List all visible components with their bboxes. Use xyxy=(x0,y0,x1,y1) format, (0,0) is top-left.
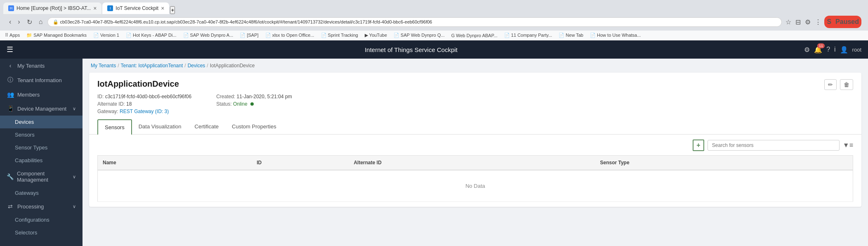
help-icon[interactable]: ? xyxy=(826,46,830,53)
new-tab-button[interactable]: + xyxy=(170,6,175,14)
menu-icon[interactable]: ⋮ xyxy=(814,17,823,27)
device-gateway-link[interactable]: REST Gateway (ID: 3) xyxy=(120,109,169,114)
component-chevron-down-icon: ∨ xyxy=(73,174,76,180)
device-gateway-row: Gateway: REST Gateway (ID: 3) xyxy=(97,109,191,114)
bookmark-icon[interactable]: ⊟ xyxy=(794,17,802,27)
sidebar-item-component-management[interactable]: 🔧 Component Management ∨ xyxy=(0,167,83,187)
sidebar-label-capabilities: Capabilities xyxy=(15,157,42,163)
newtab-bookmark[interactable]: 📄 New Tab xyxy=(557,32,585,39)
delete-device-button[interactable]: 🗑 xyxy=(840,79,853,90)
tab-custom-properties[interactable]: Custom Properties xyxy=(225,119,283,135)
hamburger-menu[interactable]: ☰ xyxy=(7,45,13,54)
col-alternate-id: Alternate ID xyxy=(349,156,595,170)
col-id: ID xyxy=(252,156,349,170)
sidebar-item-configurations[interactable]: Configurations xyxy=(0,213,83,226)
sidebar-item-my-tenants[interactable]: ‹ My Tenants xyxy=(0,59,83,73)
extensions-icon[interactable]: ⚙ xyxy=(804,17,812,27)
tab-close-1[interactable]: × xyxy=(93,5,97,12)
tab-sensors[interactable]: Sensors xyxy=(97,119,132,135)
breadcrumb-tenant[interactable]: Tenant: IotApplicationTenant xyxy=(121,63,183,69)
filter-icon[interactable]: ▼≡ xyxy=(843,142,853,149)
device-created-value: 11-Jan-2020, 5:21:04 pm xyxy=(237,94,292,99)
whatsapp-bookmark[interactable]: 📄 How to Use Whatsa... xyxy=(588,32,642,39)
breadcrumb: My Tenants / Tenant: IotApplicationTenan… xyxy=(83,59,868,73)
star-icon[interactable]: ☆ xyxy=(784,17,793,27)
processing-chevron-down-icon: ∨ xyxy=(73,204,76,209)
info-icon[interactable]: i xyxy=(834,46,836,53)
no-data-message: No Data xyxy=(98,170,853,202)
device-info: ID: c3c1719f-fcfd-40d0-bbc6-eeb60cf96f06… xyxy=(89,94,861,119)
webdynpro-bookmark[interactable]: G Web Dynpro ABAP... xyxy=(450,32,499,39)
tab-data-visualization[interactable]: Data Visualization xyxy=(132,119,188,135)
sidebar-item-gateways[interactable]: Gateways xyxy=(0,187,83,199)
sidebar-label-processing: Processing xyxy=(17,203,44,210)
breadcrumb-devices[interactable]: Devices xyxy=(188,63,205,69)
sidebar-item-sensors[interactable]: Sensors xyxy=(0,128,83,141)
tab-close-2[interactable]: × xyxy=(161,5,164,12)
company-bookmark[interactable]: 📄 11 Company Party... xyxy=(502,32,554,39)
sidebar-item-tenant-info[interactable]: ⓘ Tenant Information xyxy=(0,73,83,88)
sapwebdynpro-bookmark[interactable]: 📄 SAP Web Dynpro A... xyxy=(182,32,235,39)
chevron-down-icon: ∨ xyxy=(73,106,76,111)
sidebar-item-sensor-types[interactable]: Sensor Types xyxy=(0,141,83,154)
sidebar-item-processing[interactable]: ⇄ Processing ∨ xyxy=(0,199,83,213)
paused-button[interactable]: S Paused xyxy=(824,16,861,28)
device-created-label: Created: xyxy=(216,94,235,99)
col-sensor-type: Sensor Type xyxy=(595,156,853,170)
device-info-col-left: ID: c3c1719f-fcfd-40d0-bbc6-eeb60cf96f06… xyxy=(97,94,191,114)
tab-customprops-label: Custom Properties xyxy=(232,123,276,130)
sidebar-item-device-management[interactable]: 📱 Device Management ∨ xyxy=(0,102,83,116)
sidebar-label-devices: Devices xyxy=(15,119,34,125)
sidebar-label-selectors: Selectors xyxy=(15,229,37,236)
tab-certificate[interactable]: Certificate xyxy=(188,119,226,135)
sidebar-item-devices[interactable]: Devices xyxy=(0,116,83,128)
sidebar-item-capabilities[interactable]: Capabilities xyxy=(0,154,83,167)
browser-tab-2[interactable]: I IoT Service Cockpit × xyxy=(102,2,169,14)
device-card-header: IotApplicationDevice ✏ 🗑 xyxy=(89,73,861,94)
sap-bookmark[interactable]: 📄 [SAP] xyxy=(238,32,260,39)
add-sensor-button[interactable]: + xyxy=(693,140,704,151)
device-info-col-right: Created: 11-Jan-2020, 5:21:04 pm Status:… xyxy=(216,94,292,114)
version1-bookmark[interactable]: 📄 Version 1 xyxy=(92,32,121,39)
forward-button[interactable]: › xyxy=(15,17,22,27)
breadcrumb-sep-1: / xyxy=(118,63,119,69)
sidebar-label-component-management: Component Management xyxy=(17,170,69,183)
settings-icon[interactable]: ⚙ xyxy=(804,46,810,54)
address-bar[interactable]: 🔒 cb03ec28-7ca0-40e7-8f2b-4ef6224c48f6.e… xyxy=(47,17,782,27)
device-altid-row: Alternate ID: 18 xyxy=(97,101,191,107)
sapwebdynpro2-bookmark[interactable]: 📄 SAP Web Dynpro Q... xyxy=(392,32,446,39)
reload-button[interactable]: ↻ xyxy=(24,17,35,27)
search-sensors-input[interactable] xyxy=(708,140,840,151)
app-header: ☰ Internet of Things Service Cockpit ⚙ 🔔… xyxy=(0,40,868,59)
device-id-row: ID: c3c1719f-fcfd-40d0-bbc6-eeb60cf96f06 xyxy=(97,94,191,99)
main-content: My Tenants / Tenant: IotApplicationTenan… xyxy=(83,59,868,246)
device-altid-label: Alternate ID: xyxy=(97,101,125,107)
edit-device-button[interactable]: ✏ xyxy=(824,79,837,90)
breadcrumb-my-tenants[interactable]: My Tenants xyxy=(91,63,116,69)
device-card: IotApplicationDevice ✏ 🗑 ID: c3c1719f-fc… xyxy=(89,73,861,207)
table-body: No Data xyxy=(98,170,853,202)
sidebar-label-my-tenants: My Tenants xyxy=(17,63,45,69)
paused-label: Paused xyxy=(834,17,860,27)
browser-tab-1[interactable]: H Home [Europe (Rot)] > IBSO-AT... × xyxy=(3,2,101,14)
youtube-bookmark[interactable]: ▶ YouTube xyxy=(363,32,389,39)
apps-bookmark[interactable]: ⠿ Apps xyxy=(3,32,21,39)
tab-favicon-2: I xyxy=(107,5,113,11)
hotkeys-bookmark[interactable]: 📄 Hot Keys - ABAP Di... xyxy=(124,32,178,39)
device-title: IotApplicationDevice xyxy=(97,79,179,89)
home-button[interactable]: ⌂ xyxy=(36,17,45,27)
device-id-label: ID: xyxy=(97,94,104,99)
back-button[interactable]: ‹ xyxy=(7,17,14,27)
user-icon[interactable]: 👤 xyxy=(840,46,848,54)
sidebar-item-members[interactable]: 👥 Members xyxy=(0,88,83,102)
sidebar-item-selectors[interactable]: Selectors xyxy=(0,226,83,239)
sidebar-label-gateways: Gateways xyxy=(15,190,39,196)
notification-icon[interactable]: 🔔 11 xyxy=(814,46,822,54)
device-actions: ✏ 🗑 xyxy=(824,79,853,90)
bookmarks-bar: ⠿ Apps 📁 SAP Managed Bookmarks 📄 Version… xyxy=(0,31,868,40)
user-avatar-icon: S xyxy=(826,17,833,27)
sap-managed-bookmark[interactable]: 📁 SAP Managed Bookmarks xyxy=(25,32,88,39)
xlsx-bookmark[interactable]: 📄 xlsx to Open Office... xyxy=(264,32,316,39)
sprint-bookmark[interactable]: 📄 Sprint Tracking xyxy=(319,32,360,39)
sidebar-label-sensors: Sensors xyxy=(15,132,35,138)
